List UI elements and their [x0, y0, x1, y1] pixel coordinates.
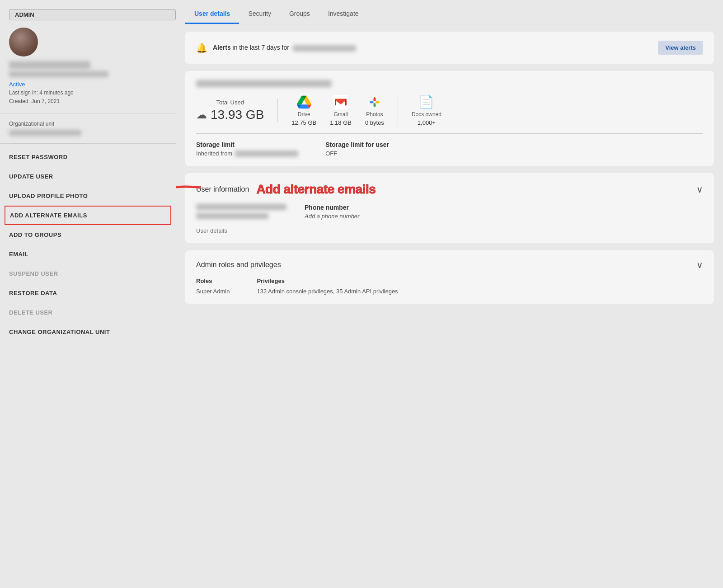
storage-limit-user-block: Storage limit for user OFF — [325, 141, 389, 157]
docs-value: 1,000+ — [418, 119, 436, 126]
org-unit-label: Organizational unit — [9, 121, 167, 127]
roles-value: Super Admin — [196, 288, 230, 295]
org-unit-value-blurred — [9, 130, 81, 136]
tab-groups[interactable]: Groups — [280, 5, 319, 24]
user-information-title: User information — [196, 185, 249, 193]
svg-point-6 — [373, 103, 376, 107]
storage-limit-section: Storage limit Inherited from Storage lim… — [196, 133, 703, 157]
roles-grid: Roles Super Admin Privileges 132 Admin c… — [196, 278, 703, 295]
photos-value: 0 bytes — [365, 119, 384, 126]
drive-label: Drive — [298, 111, 310, 118]
sidebar-actions: RESET PASSWORD UPDATE USER UPLOAD PROFIL… — [0, 147, 176, 342]
user-info-content: Phone number Add a phone number — [196, 204, 703, 222]
total-used-section: Total Used ☁ 13.93 GB — [196, 99, 278, 122]
sidebar-action-reset-password[interactable]: RESET PASSWORD — [0, 147, 176, 167]
alerts-user-name-blurred — [293, 45, 356, 52]
sidebar-action-suspend-user: SUSPEND USER — [0, 264, 176, 283]
user-email-blurred — [9, 71, 108, 77]
sidebar-action-delete-user: DELETE USER — [0, 303, 176, 322]
sidebar: ADMIN Active Last sign in: 4 minutes ago… — [0, 0, 176, 588]
sidebar-action-email[interactable]: EMAIL — [0, 245, 176, 264]
storage-header-blurred — [196, 80, 332, 87]
bell-icon: 🔔 — [196, 42, 207, 53]
privileges-col: Privileges 132 Admin console privileges,… — [257, 278, 398, 295]
view-alerts-button[interactable]: View alerts — [658, 41, 703, 55]
drive-storage-item: Drive 12.75 GB — [291, 95, 316, 126]
docs-owned-section: 📄 Docs owned 1,000+ — [412, 94, 441, 126]
sidebar-action-restore-data[interactable]: RESTORE DATA — [0, 283, 176, 303]
storage-limit-user-label: Storage limit for user — [325, 141, 389, 148]
svg-point-5 — [376, 101, 380, 103]
storage-limit-value: Inherited from — [196, 150, 298, 157]
cloud-icon: ☁ — [196, 108, 207, 121]
tab-security[interactable]: Security — [239, 5, 280, 24]
chevron-down-icon-roles: ∨ — [696, 259, 703, 270]
user-contact-info — [196, 204, 286, 222]
phone-add: Add a phone number — [305, 213, 359, 220]
phone-section: Phone number Add a phone number — [305, 204, 359, 222]
chevron-down-icon: ∨ — [696, 184, 703, 195]
phone-label: Phone number — [305, 204, 359, 211]
user-details-link[interactable]: User details — [196, 227, 703, 234]
sidebar-action-upload-profile-photo[interactable]: UPLOAD PROFILE PHOTO — [0, 186, 176, 206]
admin-roles-header[interactable]: Admin roles and privileges ∨ — [196, 259, 703, 270]
svg-rect-1 — [335, 99, 336, 105]
storage-limit-user-value: OFF — [325, 150, 389, 157]
photos-label: Photos — [366, 111, 383, 118]
tabs: User details Security Groups Investigate — [185, 0, 714, 24]
drive-icon — [297, 95, 311, 109]
user-name-blurred — [9, 61, 90, 69]
admin-badge: ADMIN — [9, 9, 176, 20]
user-profile: Active Last sign in: 4 minutes ago Creat… — [0, 28, 176, 113]
docs-label: Docs owned — [412, 111, 441, 118]
total-used-label: Total Used — [216, 99, 244, 106]
user-information-header[interactable]: User information Add alternate emails ∨ — [196, 182, 703, 197]
docs-icon: 📄 — [418, 94, 434, 109]
svg-point-8 — [374, 101, 376, 103]
user-created: Created: Jun 7, 2021 — [9, 97, 60, 106]
privileges-value: 132 Admin console privileges, 35 Admin A… — [257, 288, 398, 295]
total-used-value: ☁ 13.93 GB — [196, 108, 264, 122]
admin-roles-card: Admin roles and privileges ∨ Roles Super… — [185, 250, 714, 304]
user-contact-blur-1 — [196, 204, 286, 210]
main-content: User details Security Groups Investigate… — [176, 0, 723, 588]
roles-content: Roles Super Admin Privileges 132 Admin c… — [196, 278, 703, 295]
storage-limit-block: Storage limit Inherited from — [196, 141, 298, 157]
roles-col: Roles Super Admin — [196, 278, 230, 295]
gmail-storage-item: Gmail 1.18 GB — [330, 95, 352, 126]
svg-rect-2 — [345, 99, 346, 105]
org-unit-section: Organizational unit — [0, 113, 176, 144]
storage-limit-org-blurred — [235, 151, 298, 157]
sidebar-action-change-org-unit[interactable]: CHANGE ORGANIZATIONAL UNIT — [0, 322, 176, 342]
gmail-icon — [333, 95, 348, 109]
sidebar-action-add-alternate-emails[interactable]: ADD ALTERNATE EMAILS — [5, 206, 171, 225]
sidebar-action-add-to-groups[interactable]: ADD TO GROUPS — [0, 225, 176, 245]
storage-breakdown: Drive 12.75 GB — [291, 95, 398, 126]
storage-stats: Total Used ☁ 13.93 GB — [196, 94, 703, 126]
tab-investigate[interactable]: Investigate — [319, 5, 368, 24]
alerts-bar: 🔔 Alerts in the last 7 days for View ale… — [196, 41, 703, 55]
user-contact-blur-2 — [196, 213, 268, 219]
gmail-value: 1.18 GB — [330, 119, 352, 126]
add-alternate-emails-annotation: Add alternate emails — [256, 182, 376, 197]
roles-label: Roles — [196, 278, 230, 284]
storage-card: Total Used ☁ 13.93 GB — [185, 71, 714, 166]
alerts-card: 🔔 Alerts in the last 7 days for View ale… — [185, 32, 714, 64]
user-last-signin: Last sign in: 4 minutes ago — [9, 89, 74, 97]
svg-point-4 — [373, 97, 376, 101]
user-status: Active — [9, 81, 25, 88]
photos-storage-item: Photos 0 bytes — [365, 95, 384, 126]
gmail-label: Gmail — [333, 111, 347, 118]
privileges-label: Privileges — [257, 278, 398, 284]
photos-icon — [367, 95, 382, 109]
drive-value: 12.75 GB — [291, 119, 316, 126]
tab-user-details[interactable]: User details — [185, 5, 239, 24]
user-information-card: User information Add alternate emails ∨ — [185, 173, 714, 243]
sidebar-action-update-user[interactable]: UPDATE USER — [0, 167, 176, 186]
user-information-title-area: User information Add alternate emails — [196, 182, 376, 197]
admin-roles-title: Admin roles and privileges — [196, 261, 281, 269]
svg-point-7 — [370, 101, 374, 103]
alerts-text: Alerts in the last 7 days for — [213, 44, 653, 51]
storage-limit-label: Storage limit — [196, 141, 298, 148]
avatar — [9, 28, 38, 56]
